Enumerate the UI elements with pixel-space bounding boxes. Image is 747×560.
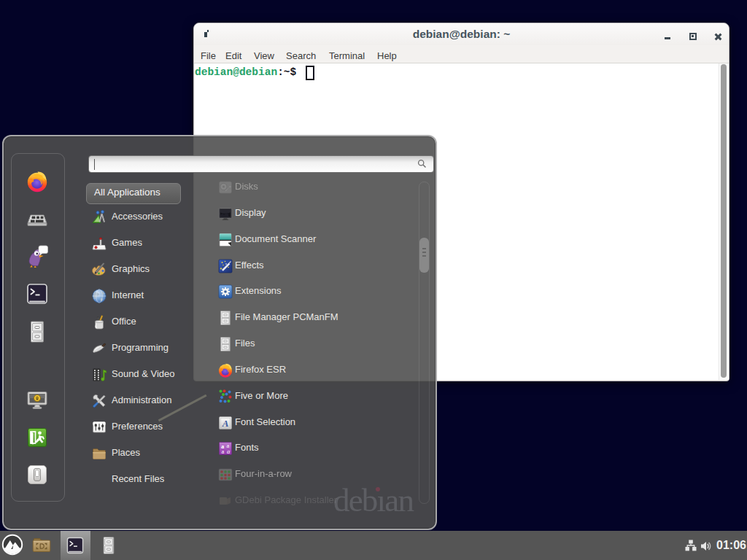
svg-text:a: a [227, 448, 230, 455]
svg-text:a: a [222, 448, 225, 455]
svg-text:A: A [222, 418, 229, 429]
